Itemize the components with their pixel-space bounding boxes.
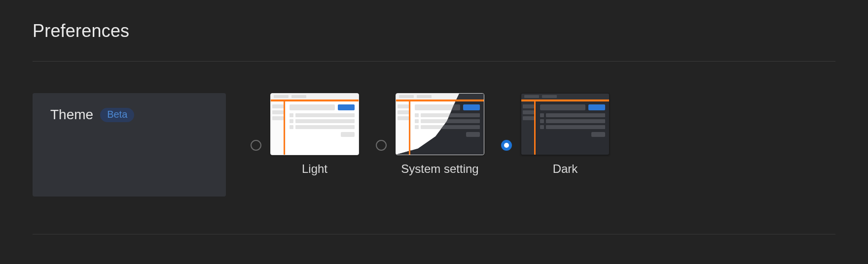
- theme-option-label: Light: [302, 162, 327, 176]
- theme-label: Theme: [50, 107, 93, 123]
- page-title: Preferences: [33, 21, 835, 41]
- thumbnail-light[interactable]: [270, 93, 359, 155]
- theme-options: Light: [226, 93, 835, 197]
- theme-option-label: Dark: [553, 162, 578, 176]
- theme-option-system[interactable]: System setting: [376, 93, 484, 176]
- theme-setting-row: Theme Beta: [33, 93, 835, 197]
- beta-badge: Beta: [100, 108, 134, 122]
- theme-option-dark[interactable]: Dark: [501, 93, 610, 176]
- theme-label-panel: Theme Beta: [33, 93, 226, 197]
- top-divider: [33, 61, 835, 62]
- thumbnail-dark[interactable]: [521, 93, 610, 155]
- radio-dark[interactable]: [501, 140, 512, 151]
- theme-option-label: System setting: [401, 162, 478, 176]
- radio-light[interactable]: [251, 140, 261, 151]
- theme-option-light[interactable]: Light: [251, 93, 359, 176]
- radio-system[interactable]: [376, 140, 387, 151]
- bottom-divider: [33, 234, 835, 234]
- thumbnail-system[interactable]: [396, 93, 484, 155]
